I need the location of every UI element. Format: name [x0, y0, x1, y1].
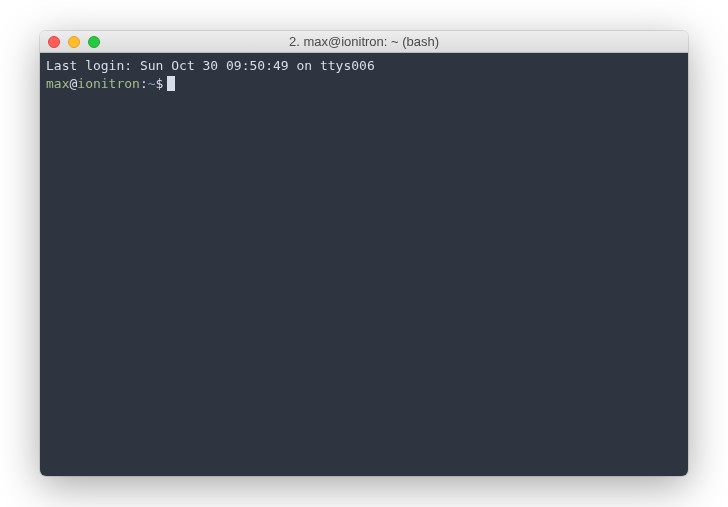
close-button[interactable] — [48, 36, 60, 48]
prompt-user: max — [46, 75, 69, 93]
prompt-at: @ — [69, 75, 77, 93]
last-login-text: Last login: Sun Oct 30 09:50:49 on ttys0… — [46, 57, 682, 75]
window-title: 2. max@ionitron: ~ (bash) — [40, 34, 688, 49]
prompt-path: ~ — [148, 75, 156, 93]
terminal-body[interactable]: Last login: Sun Oct 30 09:50:49 on ttys0… — [40, 53, 688, 476]
zoom-button[interactable] — [88, 36, 100, 48]
minimize-button[interactable] — [68, 36, 80, 48]
prompt-dollar: $ — [156, 75, 164, 93]
traffic-lights — [48, 36, 100, 48]
prompt-colon: : — [140, 75, 148, 93]
prompt-host: ionitron — [77, 75, 140, 93]
cursor — [167, 76, 175, 91]
prompt-line: max@ionitron:~$ — [46, 75, 682, 93]
window-titlebar[interactable]: 2. max@ionitron: ~ (bash) — [40, 31, 688, 53]
terminal-window: 2. max@ionitron: ~ (bash) Last login: Su… — [40, 31, 688, 476]
